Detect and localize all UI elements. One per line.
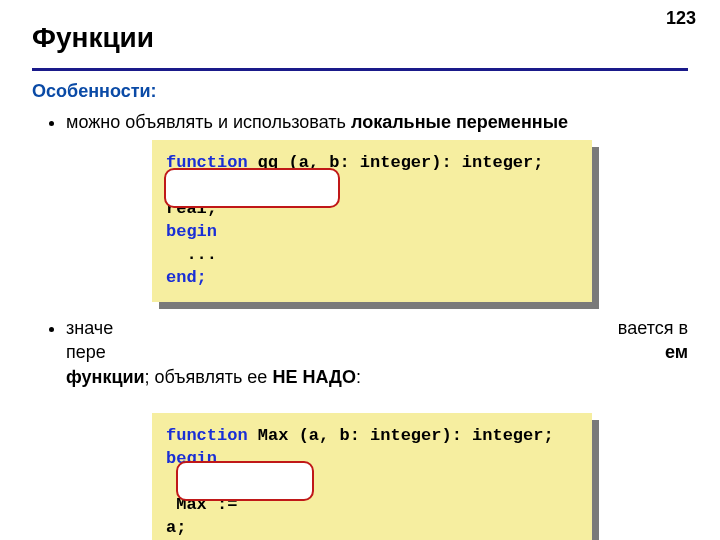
page-title: Функции	[32, 22, 688, 58]
code1-kw-begin: begin	[166, 222, 217, 241]
bullet-2-line1: ние, которое является результатом, запис…	[66, 316, 688, 340]
bullet-2: ние, которое является результатом, запис…	[66, 316, 688, 540]
code-block-1: function qq (a, b: integer): integer; va…	[152, 140, 592, 302]
code1-kw-end: end;	[166, 268, 207, 287]
bullet-list: можно объявлять и использовать локальные…	[32, 110, 688, 540]
section-label: Особенности:	[32, 81, 688, 102]
code2-l5: a;	[166, 518, 186, 537]
code-block-1-wrap: function qq (a, b: integer): integer; va…	[152, 140, 592, 302]
code-block-2: function Max (a, b: integer): integer; b…	[152, 413, 592, 540]
code-block-2-wrap: function Max (a, b: integer): integer; b…	[152, 413, 592, 540]
bullet-2-l1-left: значе	[66, 316, 113, 340]
bullet-1-pre: можно объявлять и использовать	[66, 112, 351, 132]
bullet-2-l2-left: пере	[66, 340, 106, 364]
bullet-2-l3-bold2: НЕ НАДО	[272, 367, 356, 387]
highlight-box-1	[164, 168, 340, 208]
bullet-1: можно объявлять и использовать локальные…	[66, 110, 688, 302]
code2-kw-function: function	[166, 426, 248, 445]
bullet-2-line3: функции; объявлять ее НЕ НАДО:	[66, 365, 688, 389]
bullet-2-l3-end: :	[356, 367, 361, 387]
title-rule	[32, 68, 688, 71]
slide: 123 Функции Особенности: можно объявлять…	[0, 0, 720, 540]
bullet-1-bold: локальные переменные	[351, 112, 568, 132]
bullet-2-l3-bold1: функции	[66, 367, 145, 387]
code2-l1b: Max (a, b: integer): integer;	[248, 426, 554, 445]
bullet-2-l1-right: вается в	[618, 316, 688, 340]
page-number: 123	[666, 8, 696, 29]
bullet-2-l2-right: ем	[665, 340, 688, 364]
highlight-box-2	[176, 461, 314, 501]
bullet-2-line2: менную, имя которой совпадает с названи …	[66, 340, 688, 364]
code1-l5: ...	[166, 245, 217, 264]
bullet-2-l3-mid: ; объявлять ее	[145, 367, 273, 387]
